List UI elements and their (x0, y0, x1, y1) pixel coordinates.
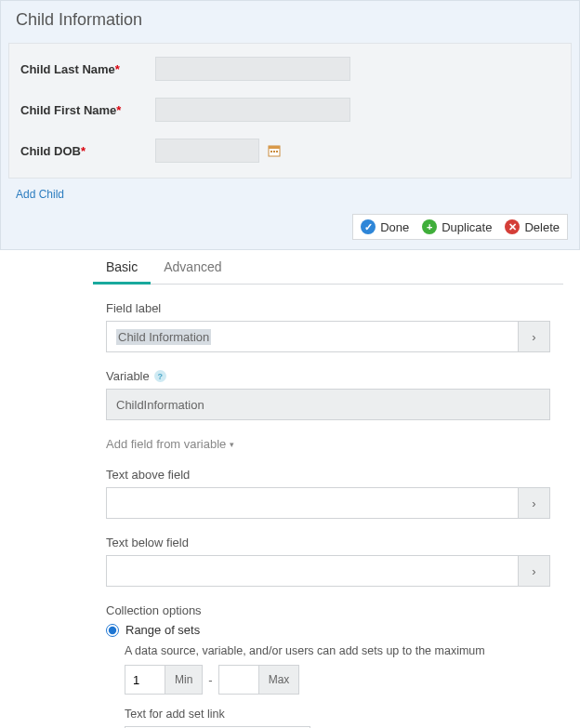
svg-rect-1 (269, 146, 280, 149)
field-label-expand[interactable]: › (519, 321, 550, 352)
add-child-link[interactable]: Add Child (1, 179, 79, 210)
range-separator: - (208, 673, 212, 687)
range-hint: A data source, variable, and/or users ca… (125, 644, 550, 657)
caret-down-icon: ▾ (230, 440, 234, 449)
delete-icon: ✕ (505, 219, 520, 234)
first-name-input[interactable] (155, 98, 350, 122)
first-name-label: Child First Name* (20, 103, 155, 117)
max-label: Max (258, 666, 299, 694)
collection-options-heading: Collection options (106, 603, 550, 617)
duplicate-button[interactable]: +Duplicate (422, 219, 492, 234)
variable-label: Variable? (106, 369, 550, 383)
dob-input[interactable] (155, 139, 259, 163)
svg-rect-3 (273, 151, 275, 152)
min-label: Min (165, 666, 202, 694)
text-below-label: Text below field (106, 536, 550, 549)
text-above-expand[interactable]: › (519, 487, 550, 519)
tab-basic[interactable]: Basic (93, 250, 151, 285)
last-name-label: Child Last Name* (20, 62, 155, 76)
dob-label: Child DOB* (20, 144, 155, 158)
add-field-from-variable-link[interactable]: Add field from variable▾ (106, 437, 234, 451)
text-above-label: Text above field (106, 468, 550, 482)
delete-button[interactable]: ✕Delete (505, 219, 560, 234)
field-label-label: Field label (106, 301, 550, 315)
min-input[interactable] (125, 666, 165, 694)
chevron-right-icon: › (532, 330, 535, 344)
calendar-icon[interactable] (267, 143, 282, 158)
text-above-input[interactable] (106, 487, 519, 519)
svg-rect-4 (276, 151, 278, 152)
svg-rect-2 (270, 151, 272, 152)
done-button[interactable]: ✓Done (361, 219, 409, 234)
duplicate-icon: + (422, 219, 437, 234)
text-below-expand[interactable]: › (519, 555, 550, 587)
range-of-sets-option[interactable]: Range of sets (106, 623, 550, 637)
last-name-input[interactable] (155, 57, 350, 81)
max-input[interactable] (219, 666, 258, 694)
field-label-input[interactable]: Child Information (106, 321, 519, 352)
section-title: Child Information (1, 1, 579, 37)
text-below-input[interactable] (106, 555, 519, 587)
tab-advanced[interactable]: Advanced (151, 250, 234, 284)
chevron-right-icon: › (532, 496, 535, 510)
chevron-right-icon: › (532, 564, 535, 578)
variable-input: ChildInformation (106, 389, 550, 420)
help-icon[interactable]: ? (154, 370, 166, 382)
add-set-link-label: Text for add set link (125, 708, 550, 721)
range-of-sets-radio[interactable] (106, 624, 119, 637)
done-icon: ✓ (361, 219, 376, 234)
